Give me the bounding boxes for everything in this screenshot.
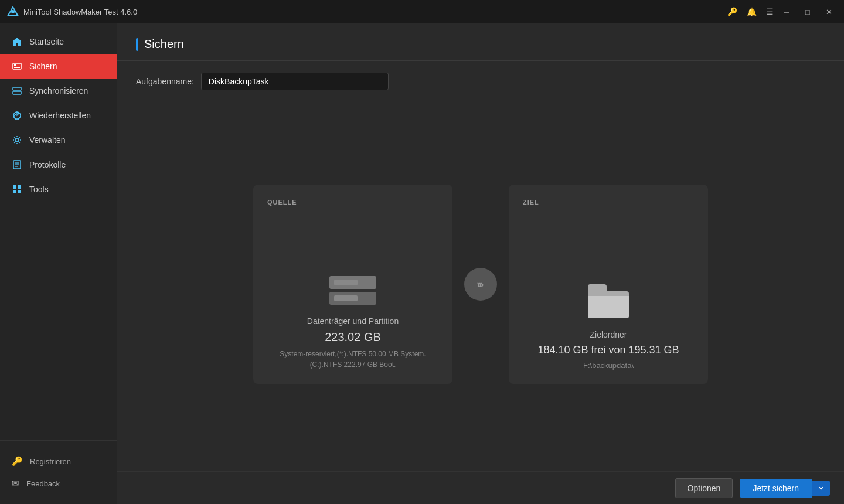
log-icon [12, 159, 22, 170]
sidebar-label-sichern: Sichern [29, 62, 57, 71]
sidebar-item-feedback[interactable]: ✉ Feedback [0, 472, 117, 495]
folder-front [588, 296, 629, 318]
source-icon-area [329, 276, 376, 305]
sidebar-item-synchronisieren[interactable]: Synchronisieren [0, 79, 117, 103]
backup-dropdown-arrow[interactable] [812, 481, 830, 496]
svg-rect-3 [14, 64, 16, 66]
arrow-symbol: ››› [477, 278, 482, 291]
svg-rect-5 [13, 87, 21, 90]
title-accent-bar [136, 38, 138, 51]
svg-rect-16 [18, 190, 21, 193]
page-header: Sichern [117, 23, 844, 61]
svg-rect-6 [13, 91, 21, 94]
minimize-button[interactable]: ─ [778, 4, 795, 20]
sidebar-label-wiederherstellen: Wiederherstellen [29, 111, 91, 120]
page-title-row: Sichern [136, 38, 825, 51]
app-title: MiniTool ShadowMaker Test 4.6.0 [23, 8, 727, 16]
source-detail: System-reserviert,(*:).NTFS 50.00 MB Sys… [280, 349, 426, 370]
sidebar-item-sichern[interactable]: Sichern [0, 54, 117, 79]
source-card[interactable]: QUELLE Datenträger und Partition 223.02 … [253, 185, 452, 384]
sidebar-label-synchronisieren: Synchronisieren [29, 86, 88, 96]
source-section-label: QUELLE [267, 199, 297, 206]
svg-point-8 [15, 138, 19, 142]
backup-button-group: Jetzt sichern [740, 479, 830, 498]
arrow-button[interactable]: ››› [464, 268, 497, 301]
sidebar-label-protokolle: Protokolle [29, 160, 66, 169]
app-logo [7, 6, 19, 18]
sidebar-item-registrieren[interactable]: 🔑 Registrieren [0, 450, 117, 472]
svg-rect-4 [14, 67, 20, 68]
dest-free-text: 184.10 GB frei von 195.31 GB [537, 344, 679, 356]
svg-rect-13 [13, 185, 16, 189]
titlebar-actions: 🔑 🔔 ☰ [727, 7, 774, 16]
options-button[interactable]: Optionen [675, 478, 733, 498]
source-size: 223.02 GB [325, 331, 381, 344]
home-icon [12, 36, 22, 47]
sidebar-label-registrieren: Registrieren [30, 457, 71, 466]
sidebar-item-tools[interactable]: Tools [0, 177, 117, 202]
sidebar-item-protokolle[interactable]: Protokolle [0, 152, 117, 177]
restore-icon [12, 110, 22, 121]
source-card-info: Datenträger und Partition 223.02 GB Syst… [280, 316, 426, 370]
sync-icon [12, 86, 22, 96]
dest-path: F:\backupdata\ [583, 361, 634, 370]
dest-type-label: Zielordner [590, 330, 627, 339]
mail-icon: ✉ [12, 478, 19, 489]
sidebar-item-verwalten[interactable]: Verwalten [0, 128, 117, 152]
sidebar-item-wiederherstellen[interactable]: Wiederherstellen [0, 103, 117, 128]
source-type-label: Datenträger und Partition [307, 316, 399, 326]
key-titlebar-icon[interactable]: 🔑 [727, 7, 737, 16]
task-name-label: Aufgabenname: [136, 77, 194, 86]
task-name-row: Aufgabenname: [117, 61, 844, 97]
backup-now-button[interactable]: Jetzt sichern [740, 479, 812, 498]
svg-rect-2 [13, 63, 21, 69]
bottom-bar: Optionen Jetzt sichern [117, 471, 844, 504]
svg-rect-15 [13, 190, 16, 193]
dest-card[interactable]: ZIEL Zielordner 184.10 GB frei von 195.3… [509, 185, 708, 384]
chevron-down-icon [818, 485, 824, 491]
cards-area: QUELLE Datenträger und Partition 223.02 … [117, 97, 844, 471]
dest-section-label: ZIEL [523, 199, 539, 206]
dest-card-info: Zielordner 184.10 GB frei von 195.31 GB … [537, 330, 679, 370]
sidebar-label-startseite: Startseite [29, 37, 64, 46]
tools-icon [12, 184, 22, 195]
sidebar-label-feedback: Feedback [26, 479, 60, 488]
main-layout: Startseite Sichern [0, 23, 844, 504]
sidebar-label-verwalten: Verwalten [29, 135, 65, 145]
manage-icon [12, 135, 22, 145]
sidebar-bottom: 🔑 Registrieren ✉ Feedback [0, 440, 117, 504]
task-name-input[interactable] [201, 73, 389, 90]
svg-rect-14 [18, 185, 21, 189]
backup-icon [12, 61, 22, 71]
svg-point-1 [11, 10, 15, 13]
sidebar: Startseite Sichern [0, 23, 117, 504]
key-icon: 🔑 [12, 456, 23, 466]
content-area: Sichern Aufgabenname: QUELLE Datenträger [117, 23, 844, 504]
titlebar: MiniTool ShadowMaker Test 4.6.0 🔑 🔔 ☰ ─ … [0, 0, 844, 23]
bell-titlebar-icon[interactable]: 🔔 [747, 7, 757, 16]
disk-row-bottom [329, 292, 376, 305]
dest-icon-area [588, 284, 629, 318]
disk-icon [329, 276, 376, 305]
maximize-button[interactable]: □ [799, 4, 816, 20]
page-title: Sichern [144, 38, 184, 51]
sidebar-label-tools: Tools [29, 185, 49, 194]
close-button[interactable]: ✕ [821, 4, 837, 20]
window-controls: ─ □ ✕ [778, 4, 837, 20]
disk-row-top [329, 276, 376, 289]
sidebar-nav: Startseite Sichern [0, 23, 117, 440]
menu-titlebar-icon[interactable]: ☰ [766, 7, 774, 16]
folder-icon [588, 284, 629, 318]
sidebar-item-startseite[interactable]: Startseite [0, 29, 117, 54]
